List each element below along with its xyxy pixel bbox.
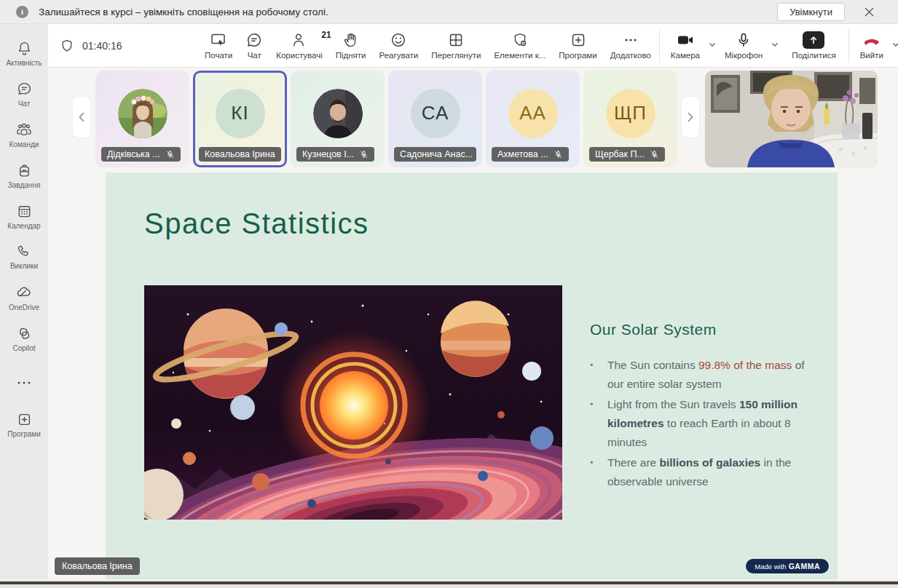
participant-name-badge: Ахметова ... [492, 147, 569, 162]
backpack-icon [16, 162, 33, 179]
camera-icon [675, 31, 696, 49]
strip-scroll-left-button[interactable] [73, 97, 90, 138]
participant-strip: Дідківська ... КІ Ковальова Ірина [95, 71, 677, 167]
share-button[interactable]: Поділитися [787, 28, 840, 63]
sidebar-item-onedrive[interactable]: OneDrive [0, 277, 48, 318]
raise-hand-icon [342, 31, 360, 49]
avatar [313, 89, 363, 138]
sidebar-item-label: Активність [6, 59, 42, 67]
participant-tile[interactable]: АА Ахметова ... [486, 71, 580, 167]
shield-gear-icon [511, 31, 529, 49]
bullet-item: • The Sun contains 99.8% of the mass of … [590, 356, 816, 394]
react-button[interactable]: Реагувати [374, 28, 424, 63]
app-sidebar: Активність Чат Команди Завдання Календар… [0, 24, 48, 588]
notification-message: Залишайтеся в курсі – увімкніть сповіщен… [39, 7, 328, 17]
bullet-item: • Light from the Sun travels 150 million… [590, 395, 816, 452]
avatar-initials: СА [411, 89, 460, 138]
more-dots-icon [17, 380, 31, 386]
leave-chevron-icon[interactable] [889, 40, 898, 49]
presentation-slide: Space Statistics [106, 172, 838, 580]
meeting-chat-button[interactable]: Чат [240, 28, 268, 63]
sidebar-item-activity[interactable]: Активність [0, 33, 48, 74]
raise-hand-button[interactable]: Підняти [331, 28, 371, 63]
cloud-icon [15, 284, 33, 301]
sidebar-item-label: Команди [9, 140, 39, 148]
participant-tile[interactable]: Кузнецов І... [291, 71, 385, 167]
apps-button[interactable]: Програми [554, 28, 602, 63]
meeting-window: 01:40:16 Почати Чат 21 Користувачі Підня… [48, 24, 898, 588]
participant-tile-active-speaker[interactable]: КІ Ковальова Ірина [193, 71, 287, 167]
participant-name-badge: Ковальова Ірина [199, 147, 281, 162]
sidebar-item-calls[interactable]: Виклики [0, 237, 48, 277]
shield-icon [60, 39, 74, 53]
grid-icon [447, 31, 465, 49]
info-icon: i [16, 6, 28, 18]
chat-icon [16, 81, 33, 98]
sidebar-item-assignments[interactable]: Завдання [0, 155, 48, 196]
sidebar-item-more[interactable] [0, 369, 48, 397]
view-button[interactable]: Переглянути [426, 28, 486, 63]
avatar-initials: КІ [216, 89, 265, 138]
meeting-stage: Дідківська ... КІ Ковальова Ірина [48, 68, 898, 588]
meeting-timer: 01:40:16 [82, 40, 122, 52]
mic-off-icon [650, 150, 659, 159]
section-title: Our Solar System [590, 321, 816, 338]
made-with-gamma-badge[interactable]: Made with GAMMA [746, 559, 829, 573]
bullet-list: • The Sun contains 99.8% of the mass of … [590, 356, 816, 491]
avatar-initials: АА [508, 89, 558, 138]
participant-name-badge: Кузнецов І... [296, 147, 374, 162]
self-video-tile[interactable] [705, 71, 878, 167]
avatar-initials: ЩП [606, 89, 655, 138]
notification-bar: i Залишайтеся в курсі – увімкніть сповіщ… [0, 0, 898, 24]
sidebar-item-calendar[interactable]: Календар [0, 196, 48, 237]
participant-tile[interactable]: СА Садонича Анас... [388, 71, 482, 167]
sidebar-item-copilot[interactable]: Copilot [0, 318, 48, 359]
more-options-button[interactable]: Додатково [605, 28, 656, 63]
avatar [118, 89, 168, 138]
start-presenting-button[interactable]: Почати [200, 28, 237, 63]
mic-off-icon [165, 150, 175, 159]
sidebar-item-label: Календар [7, 222, 40, 230]
meeting-toolbar: 01:40:16 Почати Чат 21 Користувачі Підня… [48, 24, 898, 68]
enable-notifications-button[interactable]: Увімкнути [777, 3, 845, 21]
gamma-logo: GAMMA [789, 562, 820, 571]
plus-square-icon [16, 411, 33, 428]
plus-square-icon [570, 31, 587, 49]
sidebar-item-teams[interactable]: Команди [0, 114, 48, 155]
bell-icon [16, 40, 33, 57]
sidebar-item-apps[interactable]: Програми [0, 404, 48, 445]
copilot-icon [16, 325, 33, 342]
bullet-item: • There are billions of galaxies in the … [590, 453, 816, 491]
sidebar-item-label: Copilot [12, 344, 35, 352]
microphone-chevron-icon[interactable] [768, 40, 782, 49]
sidebar-item-label: Програми [7, 430, 41, 438]
sidebar-item-label: Завдання [8, 181, 41, 189]
presenter-tooltip: Ковальова Ірина [55, 557, 140, 575]
sidebar-item-label: OneDrive [9, 303, 39, 311]
more-dots-icon [622, 31, 639, 49]
mic-off-icon [359, 150, 369, 159]
participants-count: 21 [321, 30, 331, 40]
camera-chevron-icon[interactable] [705, 40, 720, 49]
participant-tile[interactable]: ЩП Щербак П... [583, 71, 677, 167]
close-icon[interactable] [864, 7, 875, 17]
microphone-button[interactable]: Мікрофон [720, 28, 768, 63]
chat-bubble-icon [245, 31, 263, 49]
camera-button[interactable]: Камера [666, 28, 705, 63]
participant-name-badge: Дідківська ... [101, 147, 181, 162]
hang-up-icon [861, 31, 883, 49]
slide-text-column: Our Solar System • The Sun contains 99.8… [590, 321, 816, 493]
control-elements-button[interactable]: Елементи к... [489, 28, 551, 63]
mic-off-icon [554, 150, 563, 159]
strip-scroll-right-button[interactable] [682, 97, 699, 138]
people-group-icon [15, 121, 33, 138]
sidebar-item-chat[interactable]: Чат [0, 74, 48, 114]
space-illustration [144, 285, 562, 520]
calendar-icon [16, 203, 33, 220]
microphone-icon [735, 31, 752, 49]
sidebar-item-label: Виклики [10, 262, 38, 270]
participant-tile[interactable]: Дідківська ... [95, 71, 189, 167]
leave-button[interactable]: Вийти [855, 28, 889, 63]
participants-button[interactable]: 21 Користувачі [271, 28, 327, 63]
window-bottom-under [0, 584, 898, 588]
